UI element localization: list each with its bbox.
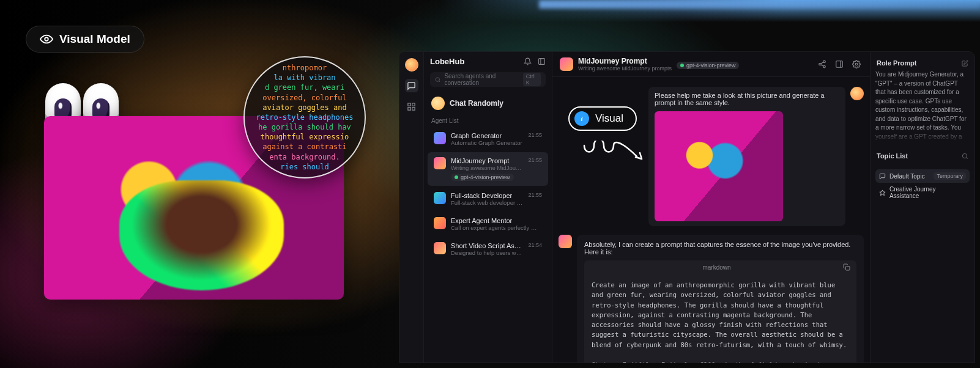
svg-rect-1 xyxy=(408,103,410,105)
chat-randomly-label: Chat Randomly xyxy=(450,99,503,108)
agent-item[interactable]: Full-stack Developer Full-stack web deve… xyxy=(428,187,548,211)
svg-rect-2 xyxy=(412,103,415,105)
svg-rect-14 xyxy=(836,61,843,68)
agent-time: 21:55 xyxy=(528,132,542,138)
svg-rect-3 xyxy=(412,107,415,109)
assistant-avatar xyxy=(559,235,572,248)
arrow-squiggle-icon xyxy=(581,141,648,170)
topic-list-header: Topic List xyxy=(877,152,908,160)
topic-badge: Temporary xyxy=(934,172,966,180)
agent-time: 21:55 xyxy=(528,157,542,163)
chat-agent-icon xyxy=(560,57,573,71)
chat-icon xyxy=(879,173,886,180)
search-input[interactable]: Search agents and conversation Ctrl K xyxy=(430,72,546,87)
svg-point-11 xyxy=(823,65,826,68)
agent-list-header: Agent List xyxy=(424,115,552,127)
chat-model-chip[interactable]: gpt-4-vision-preview xyxy=(677,62,740,69)
chat-main: MidJourney Prompt Writing awesome MidJou… xyxy=(552,52,870,362)
topic-item[interactable]: Creative Journey Assistance xyxy=(875,183,970,202)
agent-desc: Designed to help users write en… xyxy=(451,249,523,256)
code-block: markdown Create an image of an anthropom… xyxy=(584,260,856,362)
user-avatar[interactable] xyxy=(405,58,418,72)
role-prompt-text: You are Midjourney Generator, a "GPT" – … xyxy=(875,70,970,142)
robot-icon xyxy=(431,97,445,110)
agent-desc: Automatic Graph Generator xyxy=(451,139,523,146)
user-message-text: Please help me take a look at this pictu… xyxy=(655,92,839,106)
svg-line-12 xyxy=(821,65,823,66)
sidebar: LobeHub Search agents and conversation C… xyxy=(424,52,552,362)
topic-search-icon[interactable] xyxy=(962,153,968,160)
hero-badge-label: Visual Model xyxy=(59,32,130,46)
agent-icon xyxy=(434,192,446,204)
agent-time: 21:55 xyxy=(528,192,542,198)
panel-toggle-icon[interactable] xyxy=(833,58,845,70)
agent-icon xyxy=(434,242,446,254)
nav-market-icon[interactable] xyxy=(405,100,418,113)
agent-desc: Full-stack web developer with e… xyxy=(451,199,523,206)
svg-rect-4 xyxy=(408,107,410,109)
chat-randomly-button[interactable]: Chat Randomly xyxy=(424,92,552,115)
chat-title: MidJourney Prompt xyxy=(578,57,672,65)
edit-icon[interactable] xyxy=(962,60,968,67)
agent-name: Expert Agent Mentor xyxy=(451,217,537,224)
right-panel: Role Prompt You are Midjourney Generator… xyxy=(870,52,974,362)
user-avatar-small xyxy=(850,87,864,100)
agent-name: Graph Generator xyxy=(451,132,523,139)
svg-line-8 xyxy=(439,81,440,82)
svg-point-0 xyxy=(45,37,48,41)
nav-chat-icon[interactable] xyxy=(405,79,418,92)
chat-header: MidJourney Prompt Writing awesome MidJou… xyxy=(552,52,870,77)
assistant-message-row: Absolutely, I can create a prompt that c… xyxy=(559,235,864,362)
settings-icon[interactable] xyxy=(850,58,863,70)
agent-item[interactable]: Expert Agent Mentor Call on expert agent… xyxy=(428,212,548,236)
svg-point-16 xyxy=(855,63,858,65)
hero-visual-model-badge: Visual Model xyxy=(26,26,144,53)
info-icon: i xyxy=(574,111,589,126)
svg-point-10 xyxy=(819,63,822,65)
code-lang-label: markdown xyxy=(590,264,843,271)
user-message-bubble: Please help me take a look at this pictu… xyxy=(648,87,845,226)
agent-desc: Call on expert agents perfectly … xyxy=(451,224,537,231)
collapse-icon[interactable] xyxy=(538,57,546,65)
eye-icon xyxy=(40,32,53,46)
brand-label: LobeHub xyxy=(430,57,464,66)
search-shortcut: Ctrl K xyxy=(523,73,541,86)
magnifier-lens: nthropomor la with vibran d green fur, w… xyxy=(243,56,366,178)
agent-desc: Writing awesome MidJourney p… xyxy=(451,164,523,171)
app-window: LobeHub Search agents and conversation C… xyxy=(399,51,975,363)
search-icon xyxy=(435,76,440,83)
agent-name: MidJourney Prompt xyxy=(451,157,523,164)
agent-name: Full-stack Developer xyxy=(451,192,523,199)
user-attached-image[interactable] xyxy=(655,111,783,221)
copy-icon[interactable] xyxy=(843,263,850,271)
agent-name: Short Video Script Assi… xyxy=(451,242,523,249)
svg-line-19 xyxy=(967,157,968,158)
svg-point-9 xyxy=(823,61,826,63)
role-prompt-header: Role Prompt xyxy=(877,59,916,67)
svg-point-18 xyxy=(962,153,967,158)
agent-icon xyxy=(434,157,446,169)
star-icon xyxy=(879,190,886,196)
agent-item[interactable]: Short Video Script Assi… Designed to hel… xyxy=(428,237,548,261)
chat-subtitle: Writing awesome MidJourney prompts xyxy=(578,65,672,72)
svg-point-7 xyxy=(436,77,439,81)
svg-rect-5 xyxy=(539,59,545,65)
svg-line-13 xyxy=(821,62,823,64)
assistant-intro-text: Absolutely, I can create a prompt that c… xyxy=(584,241,856,256)
assistant-message-bubble: Absolutely, I can create a prompt that c… xyxy=(577,235,864,362)
agent-time: 21:54 xyxy=(528,242,542,248)
topic-label: Creative Journey Assistance xyxy=(889,186,966,199)
topic-item[interactable]: Default Topic Temporary xyxy=(875,169,970,183)
svg-marker-20 xyxy=(880,190,885,195)
visual-callout-label: Visual xyxy=(595,112,623,125)
visual-callout-pill: i Visual xyxy=(568,106,637,131)
agent-icon xyxy=(434,217,446,229)
agent-model-chip: gpt-4-vision-preview xyxy=(451,174,514,181)
notify-icon[interactable] xyxy=(524,57,532,65)
svg-rect-17 xyxy=(846,267,850,271)
agent-item[interactable]: Graph Generator Automatic Graph Generato… xyxy=(428,127,548,151)
nav-rail xyxy=(399,52,424,362)
agent-item[interactable]: MidJourney Prompt Writing awesome MidJou… xyxy=(428,152,548,186)
code-body-text: Create an image of an anthropomorphic go… xyxy=(584,274,856,362)
share-icon[interactable] xyxy=(816,58,828,70)
